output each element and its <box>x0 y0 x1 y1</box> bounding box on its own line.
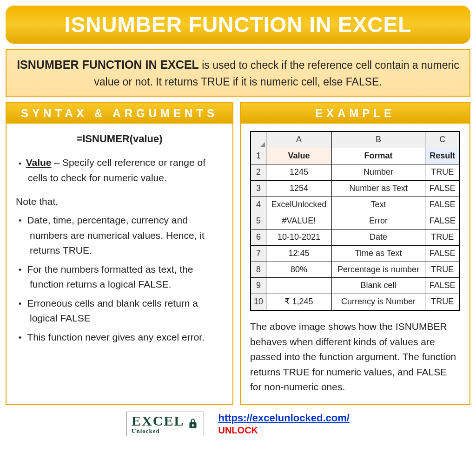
table-row: 4ExcelUnlockedTextFALSE <box>251 197 460 213</box>
argument-label: Value <box>26 157 52 168</box>
logo-text-stack: EXCEL Unlocked <box>132 414 184 434</box>
table-row: 10₹ 1,245Currency is NumberTRUE <box>251 294 460 310</box>
unlock-label: UNLOCK <box>218 425 258 436</box>
header-value: Value <box>266 148 332 164</box>
footer-links: https://excelunlocked.com/ UNLOCK <box>218 412 349 436</box>
table-row: 880%Percentage is numberTRUE <box>251 262 460 278</box>
col-a: A <box>266 131 332 148</box>
syntax-body: =ISNUMER(value) Value – Specify cell ref… <box>7 124 232 358</box>
lock-icon <box>187 418 199 430</box>
table-row: 610-10-2021DateTRUE <box>251 229 460 245</box>
note-item: For the numbers formatted as text, the f… <box>19 262 223 292</box>
table-row: 9Blank cellFALSE <box>251 278 460 294</box>
col-c: C <box>425 131 460 148</box>
sheet-corner <box>251 131 266 148</box>
argument-item: Value – Specify cell reference or range … <box>19 155 223 185</box>
page-title-banner: ISNUMBER FUNCTION IN EXCEL <box>6 6 470 44</box>
example-spreadsheet: A B C 1 Value Format Result 21245NumberT… <box>250 131 460 311</box>
col-b: B <box>331 131 425 148</box>
header-result: Result <box>425 148 460 164</box>
intro-bold: ISNUMBER FUNCTION IN EXCEL <box>17 58 199 71</box>
footer: EXCEL Unlocked https://excelunlocked.com… <box>6 412 470 436</box>
example-body: A B C 1 Value Format Result 21245NumberT… <box>241 124 469 404</box>
brand-logo: EXCEL Unlocked <box>126 412 204 436</box>
example-panel: EXAMPLE A B C 1 Value Format Result 2124… <box>240 102 470 405</box>
table-row: 712:45Time as TextFALSE <box>251 245 460 262</box>
note-item: Date, time, percentage, currency and num… <box>19 213 223 258</box>
formula-text: =ISNUMER(value) <box>16 131 223 147</box>
table-row: 31254Number as TextFALSE <box>251 181 460 197</box>
argument-list: Value – Specify cell reference or range … <box>16 155 223 185</box>
intro-box: ISNUMBER FUNCTION IN EXCEL is used to ch… <box>6 49 470 97</box>
page-title: ISNUMBER FUNCTION IN EXCEL <box>65 13 412 37</box>
table-row: 5#VALUE!ErrorFALSE <box>251 213 460 229</box>
syntax-header: SYNTAX & ARGUMENTS <box>7 103 232 124</box>
table-row: 21245NumberTRUE <box>251 164 460 181</box>
note-item: Erroneous cells and blank cells return a… <box>19 296 223 326</box>
logo-main: EXCEL <box>132 414 184 428</box>
example-header: EXAMPLE <box>241 103 469 124</box>
note-heading: Note that, <box>16 194 223 210</box>
two-column-layout: SYNTAX & ARGUMENTS =ISNUMER(value) Value… <box>6 102 470 405</box>
argument-desc: – Specify cell reference or range of cel… <box>28 157 205 183</box>
logo-sub: Unlocked <box>132 428 184 434</box>
notes-list: Date, time, percentage, currency and num… <box>16 213 223 345</box>
row-num: 1 <box>251 148 266 164</box>
syntax-panel: SYNTAX & ARGUMENTS =ISNUMER(value) Value… <box>6 102 233 405</box>
site-link[interactable]: https://excelunlocked.com/ <box>218 412 349 424</box>
example-explanation: The above image shows how the ISNUMBER b… <box>250 319 460 395</box>
note-item: This function never gives any excel erro… <box>19 330 223 345</box>
header-format: Format <box>331 148 425 164</box>
